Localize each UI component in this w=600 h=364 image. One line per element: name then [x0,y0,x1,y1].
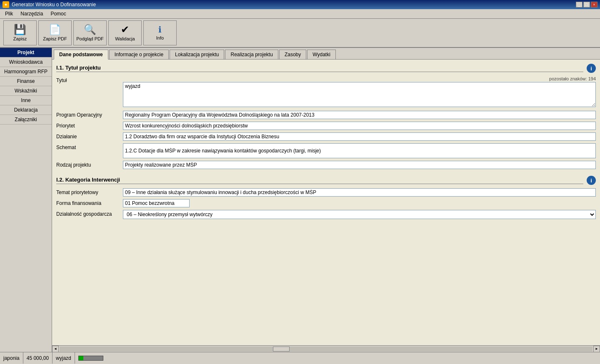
scroll-right-button[interactable]: ► [593,346,600,352]
section-1-info-button[interactable]: i [587,64,596,73]
rodzaj-projektu-label: Rodzaj projektu [56,161,123,168]
temat-priorytetowy-input[interactable] [123,188,596,197]
section-2-info-button[interactable]: i [587,176,596,185]
status-text-2: 45 000,00 [27,355,49,361]
sidebar-item-wnioskodawca[interactable]: Wnioskodawca [0,57,52,67]
program-operacyjny-input[interactable] [123,111,596,119]
podglad-pdf-button[interactable]: 🔍 Podgląd PDF [73,20,107,45]
walidacja-label: Walidacja [115,36,135,41]
temat-priorytetowy-label: Temat priorytetowy [56,188,123,195]
section-2-title: I.2. Kategoria Interwencji [56,177,583,184]
dzialalnosc-gospodarcza-select[interactable]: 06 – Nieokreślony przemysł wytwórczy [123,210,596,219]
walidacja-button[interactable]: ✔ Walidacja [108,20,142,45]
menu-plik[interactable]: Plik [2,10,16,17]
tytul-control: pozostało znaków: 194 wyjazd [123,76,596,108]
section-kategoria-interwencji: I.2. Kategoria Interwencji i Temat prior… [56,176,596,219]
tab-dane-podstawowe[interactable]: Dane podstawowe [54,50,108,60]
status-bar: japonia 45 000,00 wyjazd [0,352,600,364]
sidebar: Projekt Wnioskodawca Harmonogram RFP Fin… [0,48,52,352]
content-area: Dane podstawowe Informacje o projekcie L… [52,48,600,352]
menu-pomoc[interactable]: Pomoc [47,10,69,17]
tab-informacje-o-projekcie[interactable]: Informacje o projekcie [109,50,169,59]
app-icon: ★ [2,1,9,8]
tab-wydatki[interactable]: Wydatki [307,50,336,59]
info-icon: ℹ [158,25,162,34]
info-label: Info [156,35,164,40]
tytul-label: Tytuł [56,76,123,83]
priorytet-input[interactable] [123,122,596,130]
forma-finansowania-input[interactable] [123,199,190,207]
sidebar-item-wskazniki[interactable]: Wskaźniki [0,86,52,96]
zapisz-pdf-label: Zapisz PDF [43,36,67,41]
program-operacyjny-control [123,111,596,119]
tab-realizacja-projektu[interactable]: Realizacja projektu [225,50,278,59]
status-progress [75,355,107,362]
status-segment-2: 45 000,00 [23,352,52,364]
podglad-pdf-label: Podgląd PDF [76,36,103,41]
title-bar: ★ Generator Wniosku o Dofinansowanie _ □… [0,0,600,9]
section-1-header: I.1. Tytuł projektu i [56,64,596,73]
rodzaj-projektu-input[interactable] [123,161,596,169]
char-count: pozostało znaków: 194 [123,76,596,81]
program-operacyjny-row: Program Operacyjny [56,111,596,119]
section-2-header: I.2. Kategoria Interwencji i [56,176,596,185]
tytul-row: Tytuł pozostało znaków: 194 wyjazd [56,76,596,108]
scroll-left-button[interactable]: ◄ [52,346,59,352]
main-layout: Projekt Wnioskodawca Harmonogram RFP Fin… [0,48,600,352]
schemat-label: Schemat [56,143,123,150]
dzialanie-control [123,132,596,141]
program-operacyjny-label: Program Operacyjny [56,111,123,118]
close-button[interactable]: × [591,2,598,7]
priorytet-row: Priorytet [56,122,596,130]
section-tytul-projektu: I.1. Tytuł projektu i Tytuł pozostało zn… [56,64,596,169]
forma-finansowania-control [123,199,596,207]
zapisz-label: Zapisz [13,36,27,41]
progress-bar [78,356,103,361]
podglad-pdf-icon: 🔍 [84,25,96,35]
rodzaj-projektu-row: Rodzaj projektu [56,161,596,169]
tab-bar: Dane podstawowe Informacje o projekcie L… [52,48,600,60]
status-segment-1: japonia [0,352,23,364]
menu-bar: Plik Narzędzia Pomoc [0,9,600,19]
status-text-1: japonia [3,355,20,361]
sidebar-item-zalaczniki[interactable]: Załączniki [0,115,52,125]
minimize-button[interactable]: _ [576,2,582,7]
tab-lokalizacja-projektu[interactable]: Lokalizacja projektu [170,50,224,59]
walidacja-icon: ✔ [121,25,129,35]
dzialanie-row: Działanie [56,132,596,141]
dzialanie-label: Działanie [56,132,123,140]
dzialanie-input[interactable] [123,132,596,141]
dzialalnosc-gospodarcza-row: Działalność gospodarcza 06 – Nieokreślon… [56,210,596,219]
forma-finansowania-row: Forma finansowania [56,199,596,207]
form-content: I.1. Tytuł projektu i Tytuł pozostało zn… [52,60,600,345]
sidebar-item-inne[interactable]: Inne [0,96,52,105]
sidebar-item-finanse[interactable]: Finanse [0,77,52,86]
window-title: Generator Wniosku o Dofinansowanie [12,2,573,7]
sidebar-item-harmonogram[interactable]: Harmonogram RFP [0,67,52,77]
scroll-track [60,347,592,352]
info-button[interactable]: ℹ Info [143,20,177,45]
status-text-3: wyjazd [56,355,71,361]
horizontal-scrollbar[interactable]: ◄ ► [52,345,600,352]
maximize-button[interactable]: □ [583,2,590,7]
schemat-control [123,143,596,158]
zapisz-button[interactable]: 💾 Zapisz [3,20,37,45]
rodzaj-projektu-control [123,161,596,169]
dzialalnosc-gospodarcza-control: 06 – Nieokreślony przemysł wytwórczy [123,210,596,219]
toolbar: 💾 Zapisz 📄 Zapisz PDF 🔍 Podgląd PDF ✔ Wa… [0,19,600,48]
menu-narzedzia[interactable]: Narzędzia [17,10,46,17]
sidebar-item-projekt[interactable]: Projekt [0,48,52,57]
status-segment-3: wyjazd [52,352,75,364]
priorytet-label: Priorytet [56,122,123,129]
scroll-thumb[interactable] [273,347,290,352]
temat-priorytetowy-control [123,188,596,197]
section-1-title: I.1. Tytuł projektu [56,65,583,72]
schemat-input[interactable] [123,143,596,158]
zapisz-pdf-icon: 📄 [49,25,61,35]
zapisz-pdf-button[interactable]: 📄 Zapisz PDF [38,20,72,45]
zapisz-icon: 💾 [14,25,26,35]
tab-zasoby[interactable]: Zasoby [279,50,306,59]
schemat-row: Schemat [56,143,596,158]
sidebar-item-deklaracja[interactable]: Deklaracja [0,105,52,115]
tytul-input[interactable]: wyjazd [123,82,596,107]
